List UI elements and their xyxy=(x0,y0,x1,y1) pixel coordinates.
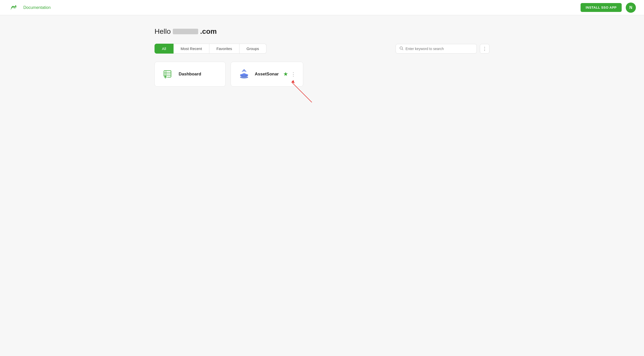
more-options-button[interactable]: ⋮ xyxy=(480,44,489,54)
search-input[interactable] xyxy=(405,47,473,51)
assetsonar-icon xyxy=(238,68,250,80)
header-left: Documentation xyxy=(8,2,51,14)
tabs-container: All Most Recent Favorites Groups xyxy=(155,44,266,54)
dashboard-card[interactable]: Dashboard xyxy=(155,62,226,87)
main-content: Hello .com All Most Recent Favorites Gro… xyxy=(144,15,500,97)
search-box xyxy=(396,44,477,54)
user-avatar[interactable]: N xyxy=(626,3,636,13)
search-area: ⋮ xyxy=(396,44,489,54)
header: Documentation INSTALL SSO APP N xyxy=(0,0,644,15)
header-right: INSTALL SSO APP N xyxy=(581,3,636,13)
vertical-dots-icon: ⋮ xyxy=(482,46,487,52)
svg-line-2 xyxy=(402,49,403,50)
dashboard-icon xyxy=(162,68,174,80)
assetsonar-card[interactable]: AssetSonar ★ ⋮ xyxy=(231,62,303,87)
greeting: Hello .com xyxy=(155,27,489,36)
assetsonar-card-label: AssetSonar xyxy=(255,72,279,77)
search-icon xyxy=(399,46,403,51)
tab-all[interactable]: All xyxy=(155,44,174,54)
cards-grid: Dashboard AssetSonar xyxy=(155,62,489,87)
greeting-name-blur xyxy=(173,29,198,34)
dashboard-card-label: Dashboard xyxy=(179,72,201,77)
install-sso-button[interactable]: INSTALL SSO APP xyxy=(581,3,622,12)
greeting-domain: .com xyxy=(200,27,217,36)
card-kebab-menu-icon[interactable]: ⋮ xyxy=(291,71,296,77)
assetsonar-card-actions: ★ ⋮ xyxy=(283,71,296,77)
tab-favorites[interactable]: Favorites xyxy=(209,44,240,54)
tab-most-recent[interactable]: Most Recent xyxy=(174,44,209,54)
tab-groups[interactable]: Groups xyxy=(240,44,266,54)
greeting-hello: Hello xyxy=(155,27,171,36)
tabs-search-row: All Most Recent Favorites Groups ⋮ xyxy=(155,44,489,54)
favorite-star-icon[interactable]: ★ xyxy=(283,71,288,77)
documentation-link[interactable]: Documentation xyxy=(23,5,51,10)
svg-point-11 xyxy=(244,69,245,70)
logo[interactable] xyxy=(8,2,19,14)
